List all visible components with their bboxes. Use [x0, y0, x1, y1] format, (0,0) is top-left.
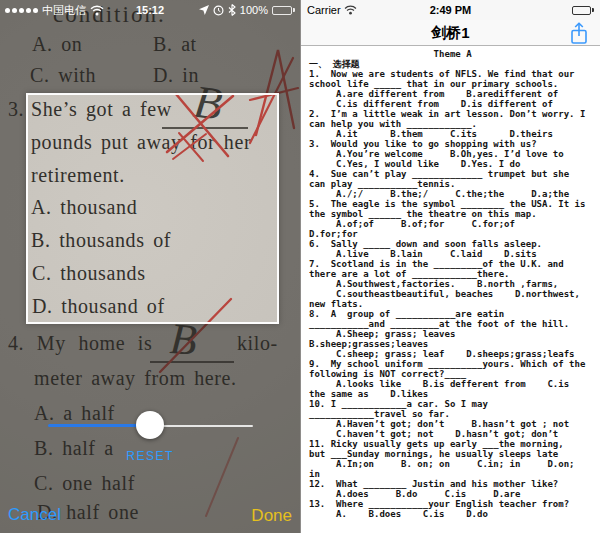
battery-icon: [572, 6, 594, 15]
slider-track-active[interactable]: [48, 424, 150, 427]
zoom-slider[interactable]: [0, 408, 300, 442]
status-bar-left: 中国电信 15:12 100%: [0, 0, 300, 20]
crop-dim-overlay: [279, 94, 300, 324]
location-arrow-icon: [199, 5, 209, 15]
status-bar-right: Carrier 2:49 PM: [301, 0, 600, 20]
page-title: 剑桥1: [301, 24, 600, 43]
slider-knob[interactable]: [136, 411, 164, 439]
battery-percent: 100%: [240, 4, 268, 16]
document-scroll-area[interactable]: Theme A 一、 选择题 1. Now we are students of…: [301, 47, 600, 533]
document-text: Theme A 一、 选择题 1. Now we are students of…: [301, 47, 600, 519]
cancel-button[interactable]: Cancel: [8, 505, 61, 525]
share-button[interactable]: [568, 22, 590, 45]
navigation-bar: 剑桥1: [301, 20, 600, 46]
reset-button[interactable]: RESET: [0, 449, 300, 463]
photo-crop-editor: condition. A. on B. at C. with D. in 3. …: [0, 0, 300, 533]
alarm-clock-icon: [213, 5, 224, 16]
crop-selection-box[interactable]: [26, 93, 279, 324]
screen: condition. A. on B. at C. with D. in 3. …: [0, 0, 600, 533]
slider-track-rest[interactable]: [150, 425, 253, 427]
battery-icon: [272, 6, 295, 15]
clock-time: 2:49 PM: [301, 4, 600, 16]
share-icon: [569, 22, 589, 45]
done-button[interactable]: Done: [251, 506, 292, 526]
bluetooth-icon: [228, 4, 236, 16]
crop-dim-overlay: [0, 94, 26, 324]
document-reader: Carrier 2:49 PM 剑桥1 Them: [300, 0, 600, 533]
